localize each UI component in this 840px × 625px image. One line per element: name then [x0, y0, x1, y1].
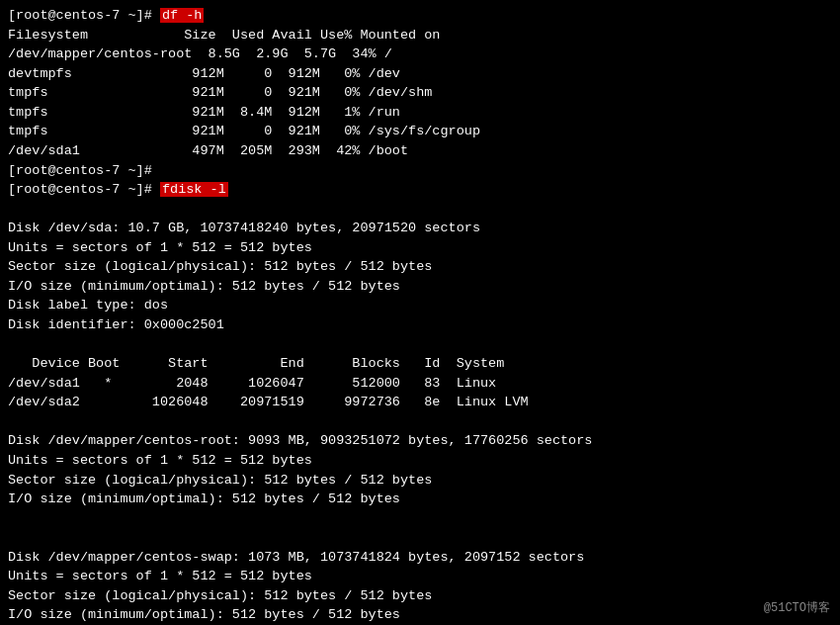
empty-3 — [8, 412, 832, 432]
df-row-5: tmpfs 921M 0 921M 0% /sys/fs/cgroup — [8, 122, 832, 141]
prompt-empty: [root@centos-7 ~]# — [8, 161, 832, 181]
cmd-fdisk: fdisk -l — [160, 182, 228, 197]
fdisk-sda-line4: I/O size (minimum/optimal): 512 bytes / … — [8, 277, 832, 297]
fdisk-swap-line3: Sector size (logical/physical): 512 byte… — [8, 586, 832, 606]
line-1: [root@centos-7 ~]# df -h — [8, 6, 832, 26]
prompt-2: [root@centos-7 ~]# — [8, 163, 152, 178]
fdisk-root-line1: Disk /dev/mapper/centos-root: 9093 MB, 9… — [8, 431, 832, 451]
fdisk-root-line2: Units = sectors of 1 * 512 = 512 bytes — [8, 451, 832, 471]
fdisk-swap-line1: Disk /dev/mapper/centos-swap: 1073 MB, 1… — [8, 548, 832, 568]
terminal-content: [root@centos-7 ~]# df -h Filesystem Size… — [8, 6, 832, 625]
fdisk-swap-line4: I/O size (minimum/optimal): 512 bytes / … — [8, 605, 832, 625]
partition-sda1: /dev/sda1 * 2048 1026047 512000 83 Linux — [8, 374, 832, 394]
cmd-df: df -h — [160, 8, 205, 23]
fdisk-root-line3: Sector size (logical/physical): 512 byte… — [8, 471, 832, 491]
prompt-1: [root@centos-7 ~]# — [8, 8, 160, 23]
empty-2 — [8, 335, 832, 355]
line-fdisk: [root@centos-7 ~]# fdisk -l — [8, 180, 832, 200]
prompt-3: [root@centos-7 ~]# — [8, 182, 160, 197]
df-row-1: /dev/mapper/centos-root 8.5G 2.9G 5.7G 3… — [8, 45, 832, 64]
partition-sda2: /dev/sda2 1026048 20971519 9972736 8e Li… — [8, 393, 832, 412]
df-row-4: tmpfs 921M 8.4M 912M 1% /run — [8, 103, 832, 123]
partition-header: Device Boot Start End Blocks Id System — [8, 354, 832, 374]
fdisk-sda-line3: Sector size (logical/physical): 512 byte… — [8, 257, 832, 277]
fdisk-root-line4: I/O size (minimum/optimal): 512 bytes / … — [8, 490, 832, 509]
fdisk-sda-line5: Disk label type: dos — [8, 296, 832, 315]
empty-5 — [8, 528, 832, 548]
fdisk-sda-line6: Disk identifier: 0x000c2501 — [8, 315, 832, 335]
fdisk-sda-line1: Disk /dev/sda: 10.7 GB, 10737418240 byte… — [8, 219, 832, 238]
watermark: @51CTO博客 — [764, 600, 830, 617]
df-header: Filesystem Size Used Avail Use% Mounted … — [8, 26, 832, 45]
df-row-2: devtmpfs 912M 0 912M 0% /dev — [8, 64, 832, 84]
fdisk-sda-line2: Units = sectors of 1 * 512 = 512 bytes — [8, 238, 832, 258]
fdisk-swap-line2: Units = sectors of 1 * 512 = 512 bytes — [8, 567, 832, 586]
empty-1 — [8, 200, 832, 220]
df-row-6: /dev/sda1 497M 205M 293M 42% /boot — [8, 141, 832, 161]
terminal-window: [root@centos-7 ~]# df -h Filesystem Size… — [0, 0, 840, 625]
df-row-3: tmpfs 921M 0 921M 0% /dev/shm — [8, 83, 832, 103]
empty-4 — [8, 509, 832, 529]
